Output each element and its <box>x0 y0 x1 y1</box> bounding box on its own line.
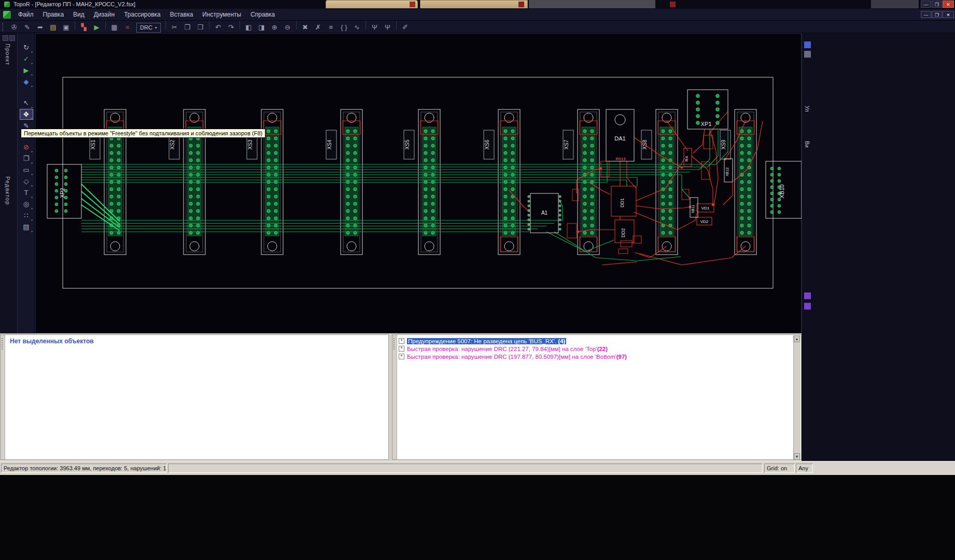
select-tool-icon[interactable]: ↖▸ <box>20 97 33 108</box>
keepout-tool-icon[interactable]: ⊘▸ <box>20 142 33 152</box>
redo-icon[interactable]: ↷ <box>225 22 237 33</box>
open-document-icon[interactable]: ▤ <box>47 22 59 33</box>
pcb-component-dd2[interactable]: DD2 <box>615 220 634 243</box>
pcb-connector-xs7[interactable]: XS7 <box>563 109 599 255</box>
export-document-icon[interactable]: ➦ <box>34 22 46 33</box>
pcb-component-xb12[interactable]: XB12 <box>724 159 733 182</box>
copy-icon[interactable]: ❐ <box>181 22 193 33</box>
autoroute-run-icon[interactable]: ▶ <box>91 22 103 33</box>
grid-view-icon[interactable]: ▦ <box>108 22 120 33</box>
panel-grip[interactable] <box>1 335 5 459</box>
pcb-component-vd2[interactable]: VD2 <box>697 217 712 225</box>
pcb-component-xb10[interactable]: XB10 <box>766 161 802 218</box>
save-icon[interactable]: ▣ <box>60 22 72 33</box>
security-key-icon[interactable]: ✇ <box>8 22 20 33</box>
scroll-down-icon[interactable]: ▼ <box>794 453 800 460</box>
edit-document-icon[interactable]: ✎ <box>21 22 33 33</box>
zoom-in-icon[interactable]: ⊕ <box>269 22 280 33</box>
minimize-button[interactable]: — <box>921 1 931 8</box>
left-tab-editor[interactable]: Редактор <box>5 176 11 205</box>
expand-icon[interactable]: + <box>399 346 404 352</box>
pcb-small-part[interactable] <box>704 135 713 149</box>
pcb-component-dd1[interactable]: DD1 <box>611 186 636 216</box>
pcb-canvas-svg[interactable]: XS1XS2XS3XS4XS5XS6XS7XS8XS9XP2XP1DA1A1DD… <box>36 34 802 334</box>
pcb-editor-canvas[interactable]: XS1XS2XS3XS4XS5XS6XS7XS8XS9XP2XP1DA1A1DD… <box>35 33 802 333</box>
warning-row[interactable]: +Быстрая проверка: нарушение DRC (221.27… <box>399 345 794 353</box>
undo-icon[interactable]: ↶ <box>212 22 224 33</box>
menu-файл[interactable]: Файл <box>13 9 38 20</box>
menu-инструменты[interactable]: Инструменты <box>198 9 246 20</box>
close-button[interactable]: ✕ <box>943 1 954 8</box>
left-tab-project[interactable]: Проект <box>5 44 11 65</box>
net-wizard2-icon[interactable]: Ψ <box>382 22 394 33</box>
panel-grip[interactable] <box>392 335 397 459</box>
scroll-up-icon[interactable]: ▲ <box>794 335 800 342</box>
pcb-small-part[interactable] <box>621 241 632 247</box>
menu-справка[interactable]: Справка <box>246 9 279 20</box>
freestyle-move-tool-icon[interactable]: ✥▸ <box>20 109 33 120</box>
net-wizard-icon[interactable]: Ψ <box>369 22 381 33</box>
rectangle-tool-icon[interactable]: ▭▸ <box>20 164 33 175</box>
pcb-connector-xs6[interactable]: XS6 <box>484 109 520 255</box>
teardrop-tool-icon[interactable]: ◆▸ <box>20 76 33 87</box>
dock-button-icon[interactable] <box>804 292 811 299</box>
pcb-connector-xs4[interactable]: XS4 <box>326 109 362 255</box>
delete-icon[interactable]: ✖ <box>299 22 311 33</box>
menu-трассировка[interactable]: Трассировка <box>119 9 165 20</box>
menu-дизайн[interactable]: Дизайн <box>89 9 119 20</box>
next-view-icon[interactable]: ◨ <box>256 22 268 33</box>
mdi-close-button[interactable]: ✕ <box>943 11 954 18</box>
polygon-tool-icon[interactable]: ◇▸ <box>20 176 33 187</box>
expand-icon[interactable]: + <box>399 338 404 344</box>
warning-row[interactable]: +Быстрая проверка: нарушение DRC (197.87… <box>399 353 794 360</box>
warning-row[interactable]: +Предупреждение 5007: Не разведена цепь … <box>399 337 794 345</box>
previous-view-icon[interactable]: ◧ <box>243 22 255 33</box>
zoom-out-icon[interactable]: ⊖ <box>282 22 293 33</box>
pcb-component-da1[interactable]: DA1 <box>606 109 634 161</box>
expand-icon[interactable]: + <box>399 354 404 359</box>
pcb-small-part[interactable] <box>567 223 577 238</box>
pcb-connector-xs8[interactable]: XS8 <box>641 109 678 255</box>
filter-icon[interactable]: ≡ <box>325 22 337 33</box>
menu-вставка[interactable]: Вставка <box>165 9 198 20</box>
right-tab[interactable]: Ул <box>804 106 810 112</box>
text-tool-icon[interactable]: T▸ <box>20 187 33 198</box>
drc-dropdown[interactable]: DRC▾ <box>136 23 161 33</box>
pcb-component-vd1[interactable]: VD1 <box>697 204 714 212</box>
route-tool-icon[interactable]: ∷▸ <box>20 210 33 221</box>
dock-button-icon[interactable] <box>804 41 811 48</box>
board-editor-icon[interactable]: ▚ <box>78 22 90 33</box>
collapse-right-icon[interactable] <box>9 35 15 41</box>
warnings-scrollbar[interactable]: ▲ ▼ <box>793 335 800 460</box>
restore-button[interactable]: ❐ <box>932 1 942 8</box>
dock-button-icon[interactable] <box>804 51 811 58</box>
via-tool-icon[interactable]: ◎▸ <box>20 199 33 209</box>
pcb-connector-xs5[interactable]: XS5 <box>404 109 440 255</box>
copy-object-tool-icon[interactable]: ❐▸ <box>20 153 33 164</box>
right-tab[interactable]: Ви <box>804 141 810 147</box>
collapse-left-icon[interactable] <box>3 35 8 41</box>
unroute-icon[interactable]: ✗ <box>312 22 324 33</box>
mdi-minimize-button[interactable]: — <box>921 11 931 18</box>
mdi-restore-button[interactable]: ❐ <box>932 11 942 18</box>
cut-icon[interactable]: ✂ <box>168 22 180 33</box>
waves-icon[interactable]: ∿ <box>351 22 363 33</box>
refresh-tool-icon[interactable]: ↻▸ <box>20 42 33 53</box>
menu-правка[interactable]: Правка <box>38 9 69 20</box>
toolbar-grip[interactable] <box>2 23 5 31</box>
paste-icon[interactable]: ❒ <box>194 22 206 33</box>
braces-icon[interactable]: { } <box>338 22 350 33</box>
pcb-component-a1[interactable]: A1 <box>528 193 561 233</box>
svg-text:XB12: XB12 <box>725 167 729 176</box>
dock-button-icon[interactable] <box>804 303 811 310</box>
check-tool-icon[interactable]: ✓▸ <box>20 53 33 64</box>
measure-tool-icon[interactable]: ▤▸ <box>20 221 33 232</box>
pcb-component-r4[interactable]: R4 <box>684 148 692 166</box>
ratsnest-icon[interactable]: ≈ <box>121 22 133 33</box>
pcb-small-part[interactable] <box>619 249 628 254</box>
freestyle-pencil-icon[interactable]: ✐ <box>399 22 411 33</box>
pcb-component-xp2[interactable]: XP2 <box>47 164 81 218</box>
menu-вид[interactable]: Вид <box>68 9 89 20</box>
run-check-tool-icon[interactable]: ▶▸ <box>20 65 33 76</box>
pcb-component-xp1[interactable]: XP1 <box>687 90 728 129</box>
